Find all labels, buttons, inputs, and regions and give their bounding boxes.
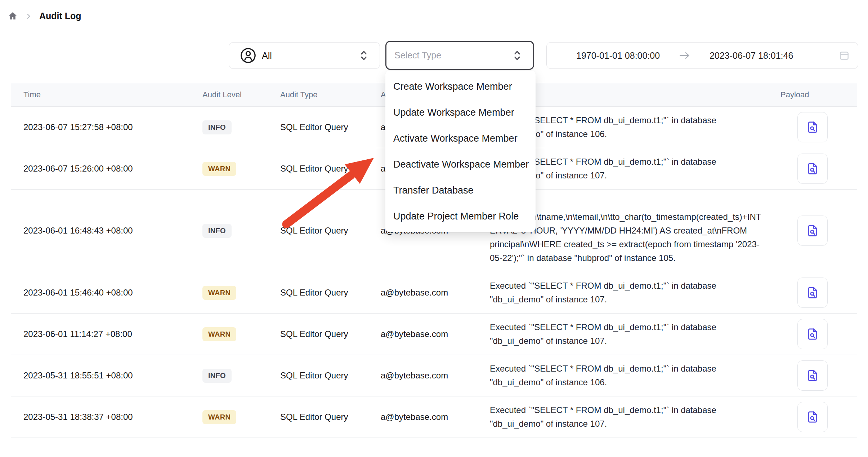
view-payload-button[interactable]: [797, 154, 828, 184]
audit-level-badge: WARN: [202, 162, 236, 176]
audit-level-badge: WARN: [202, 410, 236, 424]
comment-cell: Executed `"SELECT * FROM db_ui_demo.t1;"…: [484, 355, 768, 396]
time-cell: 2023-06-01 11:14:27 +08:00: [11, 329, 196, 339]
column-header-payload: Payload: [768, 90, 857, 99]
payload-file-search-icon: [805, 327, 820, 341]
actor-cell: a@bytebase.com: [376, 371, 484, 381]
audit-type-dropdown-menu: Create Workspace Member Update Workspace…: [385, 71, 536, 232]
view-payload-button[interactable]: [797, 319, 828, 349]
view-payload-button[interactable]: [797, 360, 828, 391]
view-payload-button[interactable]: [797, 112, 828, 142]
table-row: 2023-05-31 18:55:51 +08:00 INFO SQL Edit…: [11, 355, 857, 396]
audit-type-cell: SQL Editor Query: [274, 122, 376, 132]
table-row: 2023-06-01 15:46:40 +08:00 WARN SQL Edit…: [11, 272, 857, 314]
breadcrumb: Audit Log: [8, 11, 81, 21]
view-payload-button[interactable]: [797, 278, 828, 308]
payload-file-search-icon: [805, 410, 820, 424]
user-circle-icon: [240, 47, 256, 64]
view-payload-button[interactable]: [797, 216, 828, 246]
actor-cell: a@bytebase.com: [376, 412, 484, 422]
table-row: 2023-05-31 18:38:37 +08:00 WARN SQL Edit…: [11, 396, 857, 438]
page-title: Audit Log: [39, 11, 81, 21]
audit-type-select[interactable]: Select Type: [385, 41, 534, 70]
range-arrow-icon: [679, 50, 691, 61]
menu-item-activate-workspace-member[interactable]: Activate Workspace Member: [385, 125, 536, 151]
audit-level-badge: INFO: [202, 120, 232, 134]
audit-type-cell: SQL Editor Query: [274, 371, 376, 381]
audit-level-badge: INFO: [202, 224, 232, 238]
time-cell: 2023-06-01 15:46:40 +08:00: [11, 288, 196, 298]
payload-file-search-icon: [805, 285, 820, 300]
audit-level-badge: WARN: [202, 327, 236, 341]
breadcrumb-chevron-icon: [25, 13, 32, 20]
menu-item-deactivate-workspace-member[interactable]: Deactivate Workspace Member: [385, 151, 536, 177]
menu-item-update-project-member-role[interactable]: Update Project Member Role: [385, 203, 536, 229]
time-cell: 2023-06-07 15:26:00 +08:00: [11, 164, 196, 174]
home-icon[interactable]: [8, 11, 18, 21]
audit-type-cell: SQL Editor Query: [274, 226, 376, 236]
audit-type-cell: SQL Editor Query: [274, 288, 376, 298]
calendar-icon: [838, 50, 850, 61]
time-cell: 2023-06-01 16:48:43 +08:00: [11, 226, 196, 236]
audit-type-cell: SQL Editor Query: [274, 164, 376, 174]
menu-item-update-workspace-member[interactable]: Update Workspace Member: [385, 99, 536, 125]
payload-file-search-icon: [805, 368, 820, 383]
audit-level-select-value: All: [262, 50, 272, 61]
audit-type-cell: SQL Editor Query: [274, 412, 376, 422]
column-header-time: Time: [11, 90, 196, 99]
audit-level-select[interactable]: All: [229, 42, 380, 69]
time-cell: 2023-06-07 15:27:58 +08:00: [11, 122, 196, 132]
comment-cell: Executed `"SELECT * FROM db_ui_demo.t1;"…: [484, 272, 768, 313]
date-range-picker[interactable]: 1970-01-01 08:00:00 2023-06-07 18:01:46: [546, 42, 858, 69]
comment-cell: Executed `"SELECT * FROM db_ui_demo.t1;"…: [484, 396, 768, 438]
time-cell: 2023-05-31 18:55:51 +08:00: [11, 371, 196, 381]
menu-item-transfer-database[interactable]: Transfer Database: [385, 177, 536, 203]
payload-file-search-icon: [805, 223, 820, 238]
select-chevrons-icon: [359, 48, 368, 63]
time-cell: 2023-05-31 18:38:37 +08:00: [11, 412, 196, 422]
audit-level-badge: WARN: [202, 286, 236, 300]
audit-type-select-placeholder: Select Type: [394, 50, 441, 61]
audit-type-cell: SQL Editor Query: [274, 329, 376, 339]
actor-cell: a@bytebase.com: [376, 288, 484, 298]
select-chevrons-icon: [513, 48, 522, 63]
column-header-audit-type: Audit Type: [274, 90, 376, 99]
comment-cell: Executed `"SELECT * FROM db_ui_demo.t1;"…: [484, 314, 768, 355]
date-range-end[interactable]: 2023-06-07 18:01:46: [710, 50, 793, 61]
table-row: 2023-06-01 11:14:27 +08:00 WARN SQL Edit…: [11, 314, 857, 355]
payload-file-search-icon: [805, 120, 820, 134]
actor-cell: a@bytebase.com: [376, 329, 484, 339]
payload-file-search-icon: [805, 161, 820, 176]
menu-item-create-workspace-member[interactable]: Create Workspace Member: [385, 74, 536, 99]
date-range-start[interactable]: 1970-01-01 08:00:00: [576, 50, 660, 61]
audit-level-badge: INFO: [202, 369, 232, 383]
view-payload-button[interactable]: [797, 402, 828, 432]
column-header-audit-level: Audit Level: [196, 90, 274, 99]
